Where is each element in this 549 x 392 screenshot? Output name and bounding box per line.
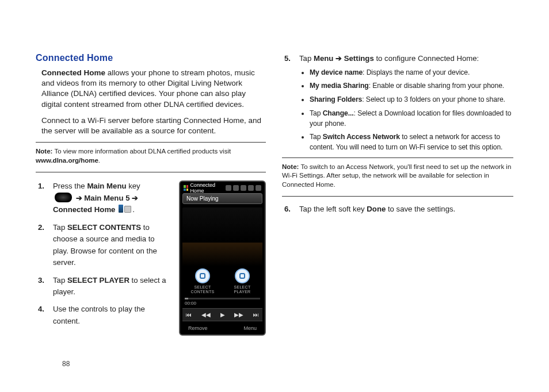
- step-number: 5.: [284, 53, 291, 64]
- prev-icon: ⏮: [186, 312, 192, 318]
- time-row: 00:00: [182, 301, 262, 306]
- select-row: SELECT CONTENTS SELECT PLAYER: [182, 268, 262, 294]
- note-link: www.dlna.org/home: [36, 157, 98, 164]
- phone-screenshot: Connected Home Now Playing SELECT: [179, 180, 266, 335]
- connected-home-icon: [119, 205, 131, 214]
- arrow-icon: ➔: [132, 194, 138, 202]
- bullet-device-name: My device name: Displays the name of you…: [310, 68, 513, 78]
- ordered-steps-left: Press the Main Menu key ➔ Main Menu 5 ➔ …: [36, 180, 171, 327]
- phone-app-title: Connected Home: [190, 182, 224, 194]
- player-circle-icon: [235, 268, 250, 283]
- step1-period: .: [132, 205, 135, 214]
- step6-pre: Tap the left soft key: [299, 205, 367, 213]
- b1-text: : Displays the name of your device.: [363, 68, 470, 76]
- softkey-left: Remove: [188, 325, 208, 331]
- intro-bold: Connected Home: [41, 68, 105, 77]
- steps-with-figure: Press the Main Menu key ➔ Main Menu 5 ➔ …: [36, 180, 266, 335]
- step-3: Tap SELECT PLAYER to select a player.: [36, 275, 171, 298]
- playback-controls: ⏮ ◀◀ ▶ ▶▶ ⏭: [182, 308, 262, 321]
- play-icon: ▶: [220, 312, 225, 318]
- step1-pre: Press the: [53, 182, 87, 190]
- next-icon: ⏭: [253, 312, 259, 318]
- bullet-media-sharing: My media Sharing: Enable or disable shar…: [310, 81, 513, 91]
- step5-post: to configure Connected Home:: [374, 54, 479, 63]
- step3-bold: SELECT PLAYER: [67, 276, 129, 285]
- b4-bold: Change...: [323, 109, 354, 117]
- progress-bar: [185, 298, 260, 299]
- rule-top-right: [282, 157, 513, 158]
- time-elapsed: 00:00: [185, 301, 196, 306]
- step1-mainmenu: Main Menu: [87, 182, 126, 190]
- bullet-sharing-folders: Sharing Folders: Select up to 3 folders …: [310, 95, 513, 105]
- step5-settings: Settings: [344, 54, 374, 63]
- phone-statusbar: Connected Home: [182, 184, 262, 192]
- note-end: .: [98, 157, 100, 164]
- note-body: To view more information about DLNA cert…: [52, 148, 231, 155]
- ordered-steps-right-2: 6. Tap the left soft key Done to save th…: [282, 203, 513, 215]
- steps-text: Press the Main Menu key ➔ Main Menu 5 ➔ …: [36, 180, 171, 335]
- step1-ch: Connected Home: [53, 205, 115, 214]
- step-5: 5. Tap Menu ➔ Settings to configure Conn…: [282, 53, 513, 153]
- step6-post: to save the settings.: [386, 205, 455, 213]
- rule-top: [36, 142, 266, 143]
- select-player-button: SELECT PLAYER: [227, 268, 258, 294]
- arrow-icon: ➔: [76, 194, 82, 202]
- b5-bold: Switch Access Network: [323, 133, 400, 141]
- b2-text: : Enable or disable sharing from your ph…: [369, 82, 504, 90]
- forward-icon: ▶▶: [234, 312, 243, 318]
- step1-key: key: [127, 182, 140, 190]
- b1-bold: My device name: [310, 68, 363, 76]
- rule-bottom-right: [282, 196, 513, 197]
- step1-menu5: Main Menu 5: [84, 194, 129, 202]
- ordered-steps-right: 5. Tap Menu ➔ Settings to configure Conn…: [282, 53, 513, 153]
- select-contents-l1: SELECT: [187, 285, 218, 290]
- step5-menu: Menu: [314, 54, 333, 63]
- b4-pre: Tap: [310, 109, 323, 117]
- step-2: Tap SELECT CONTENTS to choose a source a…: [36, 222, 171, 269]
- bullet-change: Tap Change...: Select a Download locatio…: [310, 109, 513, 129]
- windows-flag-icon: [184, 185, 188, 191]
- page-body: Connected Home Connected Home allows you…: [36, 53, 513, 336]
- phone-stage: [182, 207, 262, 266]
- signal-icon: [233, 185, 239, 191]
- softkey-row: Remove Menu: [182, 324, 262, 332]
- close-icon: [256, 185, 261, 191]
- select-contents-button: SELECT CONTENTS: [187, 268, 218, 294]
- softkey-right: Menu: [243, 325, 257, 331]
- b5-pre: Tap: [310, 133, 323, 141]
- right-column: 5. Tap Menu ➔ Settings to configure Conn…: [282, 53, 513, 336]
- select-player-l1: SELECT: [227, 285, 258, 290]
- bullet-switch-network: Tap Switch Access Network to select a ne…: [310, 132, 513, 152]
- left-column: Connected Home Connected Home allows you…: [36, 53, 266, 336]
- note-body: To switch to an Access Network, you'll f…: [282, 163, 511, 188]
- note-right: Note: To switch to an Access Network, yo…: [282, 162, 513, 192]
- now-playing-bar: Now Playing: [182, 193, 262, 204]
- intro-paragraph-2: Connect to a Wi-Fi server before startin…: [41, 116, 266, 136]
- select-player-l2: PLAYER: [227, 290, 258, 294]
- note-label: Note:: [282, 163, 299, 170]
- step2-pre: Tap: [53, 223, 67, 232]
- rule-bottom: [36, 172, 266, 172]
- wifi-icon: [226, 185, 231, 191]
- b3-text: : Select up to 3 folders on your phone t…: [362, 95, 505, 103]
- step5-pre: Tap: [299, 54, 314, 63]
- step-4: Use the controls to play the content.: [36, 303, 171, 327]
- main-menu-key-icon: [55, 193, 72, 202]
- section-heading: Connected Home: [36, 53, 266, 63]
- volume-icon: [241, 185, 246, 191]
- step-number: 6.: [284, 203, 291, 215]
- note-label: Note:: [36, 148, 52, 155]
- contents-circle-icon: [195, 268, 210, 283]
- b2-bold: My media Sharing: [310, 82, 369, 90]
- rewind-icon: ◀◀: [201, 312, 211, 318]
- page-number: 88: [62, 360, 70, 368]
- note-left: Note: To view more information about DLN…: [36, 146, 266, 167]
- step2-bold: SELECT CONTENTS: [67, 223, 141, 232]
- status-icons: [226, 185, 261, 191]
- select-contents-l2: CONTENTS: [187, 290, 218, 294]
- step6-bold: Done: [367, 205, 386, 213]
- arrow-icon: ➔: [336, 54, 342, 63]
- step3-pre: Tap: [53, 276, 67, 285]
- battery-icon: [248, 185, 254, 191]
- b3-bold: Sharing Folders: [310, 95, 362, 103]
